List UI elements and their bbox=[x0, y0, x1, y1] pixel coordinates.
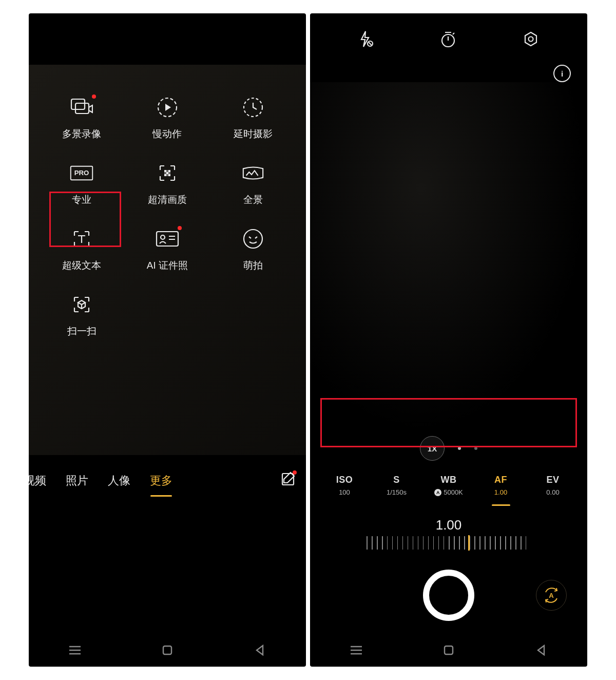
tab-portrait[interactable]: 人像 bbox=[106, 470, 132, 492]
mode-slowmo[interactable]: 慢动作 bbox=[131, 96, 203, 141]
mode-label: 慢动作 bbox=[152, 127, 182, 141]
param-value: 1/150s bbox=[387, 488, 407, 496]
param-name: S bbox=[393, 475, 400, 485]
svg-text:PRO: PRO bbox=[74, 169, 89, 177]
phone-screen-right: i 1X ISO 100 S 1/150s WB A 5000K bbox=[310, 13, 587, 667]
nav-home-button[interactable] bbox=[438, 640, 459, 660]
mode-tabs: 视频 照片 人像 更多 bbox=[29, 455, 306, 506]
mode-label: 多景录像 bbox=[62, 127, 101, 141]
phone-screen-left: 多景录像 慢动作 bbox=[29, 13, 306, 667]
top-toolbar bbox=[310, 13, 587, 60]
svg-point-13 bbox=[161, 235, 165, 239]
svg-rect-7 bbox=[164, 170, 166, 172]
svg-rect-10 bbox=[164, 174, 166, 176]
new-dot-icon bbox=[92, 95, 96, 99]
pro-icon: PRO bbox=[70, 161, 93, 185]
mode-label: 延时摄影 bbox=[234, 127, 273, 141]
android-navbar bbox=[29, 634, 306, 667]
shutter-button[interactable] bbox=[423, 570, 474, 621]
new-dot-icon bbox=[178, 226, 182, 230]
tab-video[interactable]: 视频 bbox=[29, 470, 48, 492]
param-iso[interactable]: ISO 100 bbox=[321, 475, 368, 496]
supertext-icon bbox=[70, 227, 93, 251]
svg-rect-8 bbox=[168, 170, 170, 172]
mode-label: 专业 bbox=[72, 193, 91, 206]
svg-rect-11 bbox=[168, 174, 170, 176]
edit-modes-button[interactable] bbox=[280, 471, 296, 490]
param-shutter[interactable]: S 1/150s bbox=[374, 475, 420, 496]
param-value: A 5000K bbox=[434, 488, 463, 496]
zoom-row: 1X bbox=[310, 430, 587, 466]
mode-label: 超级文本 bbox=[62, 259, 101, 272]
flash-off-button[interactable] bbox=[358, 30, 374, 50]
nav-back-button[interactable] bbox=[531, 640, 551, 660]
mode-cutecam[interactable]: 萌拍 bbox=[217, 227, 289, 272]
param-name: ISO bbox=[336, 475, 353, 485]
zoom-1x-button[interactable]: 1X bbox=[420, 436, 445, 461]
mode-label: 全景 bbox=[243, 193, 263, 206]
slowmo-icon bbox=[156, 96, 179, 119]
hires-icon bbox=[156, 161, 179, 185]
viewfinder[interactable] bbox=[310, 82, 587, 430]
param-value: 0.00 bbox=[546, 488, 559, 496]
svg-rect-21 bbox=[445, 646, 453, 654]
info-row: i bbox=[310, 60, 587, 82]
cutecam-icon bbox=[241, 227, 265, 251]
mode-scan[interactable]: 扫一扫 bbox=[46, 293, 118, 338]
param-wb[interactable]: WB A 5000K bbox=[426, 475, 472, 496]
svg-rect-16 bbox=[163, 646, 171, 654]
info-label: i bbox=[561, 69, 563, 78]
pano-icon bbox=[241, 161, 265, 185]
settings-button[interactable] bbox=[523, 31, 539, 49]
mode-supertext[interactable]: 超级文本 bbox=[46, 227, 118, 272]
param-value: 100 bbox=[339, 488, 350, 496]
af-slider[interactable] bbox=[310, 536, 587, 557]
svg-point-14 bbox=[244, 230, 262, 248]
info-button[interactable]: i bbox=[553, 65, 571, 82]
param-af[interactable]: AF 1.00 bbox=[478, 475, 524, 506]
svg-rect-9 bbox=[166, 172, 168, 174]
mode-hires[interactable]: 超清画质 bbox=[131, 161, 203, 206]
tab-more[interactable]: 更多 bbox=[148, 470, 175, 492]
svg-rect-0 bbox=[71, 99, 85, 109]
mode-timelapse[interactable]: 延时摄影 bbox=[217, 96, 289, 141]
mode-grid: 多景录像 慢动作 bbox=[29, 65, 306, 338]
param-name: WB bbox=[441, 475, 457, 485]
zoom-dot-icon[interactable] bbox=[474, 447, 477, 450]
multi-record-icon bbox=[70, 96, 93, 119]
timer-button[interactable] bbox=[440, 30, 456, 50]
svg-rect-1 bbox=[75, 103, 89, 114]
mode-multi-record[interactable]: 多景录像 bbox=[46, 96, 118, 141]
param-ev[interactable]: EV 0.00 bbox=[530, 475, 576, 496]
mode-label: 萌拍 bbox=[243, 259, 263, 272]
svg-point-19 bbox=[528, 37, 533, 42]
mode-label: AI 证件照 bbox=[147, 259, 188, 272]
pro-params-row: ISO 100 S 1/150s WB A 5000K AF 1.00 EV 0… bbox=[310, 466, 587, 515]
tab-photo[interactable]: 照片 bbox=[64, 470, 90, 492]
mode-pro[interactable]: PRO 专业 bbox=[46, 161, 118, 206]
idphoto-icon bbox=[156, 227, 179, 251]
new-dot-icon bbox=[293, 470, 297, 475]
auto-badge-icon: A bbox=[434, 489, 441, 496]
mode-label: 超清画质 bbox=[148, 193, 187, 206]
param-value: 1.00 bbox=[494, 488, 507, 496]
viewfinder: 多景录像 慢动作 bbox=[29, 65, 306, 455]
param-name: EV bbox=[546, 475, 559, 485]
auto-toggle-button[interactable]: A bbox=[536, 580, 567, 611]
mode-pano[interactable]: 全景 bbox=[217, 161, 289, 206]
shutter-row: A bbox=[310, 557, 587, 634]
af-value-display: 1.00 bbox=[310, 515, 587, 536]
android-navbar bbox=[310, 634, 587, 667]
nav-back-button[interactable] bbox=[249, 640, 270, 660]
mode-label: 扫一扫 bbox=[67, 325, 97, 338]
param-name: AF bbox=[494, 475, 507, 485]
zoom-dot-icon[interactable] bbox=[458, 447, 461, 450]
nav-home-button[interactable] bbox=[157, 640, 178, 660]
nav-recents-button[interactable] bbox=[346, 640, 367, 660]
nav-recents-button[interactable] bbox=[65, 640, 85, 660]
scan-icon bbox=[70, 293, 93, 316]
ruler-ticks-icon bbox=[367, 536, 531, 550]
svg-text:A: A bbox=[549, 592, 554, 599]
mode-idphoto[interactable]: AI 证件照 bbox=[131, 227, 203, 272]
timelapse-icon bbox=[241, 96, 265, 119]
